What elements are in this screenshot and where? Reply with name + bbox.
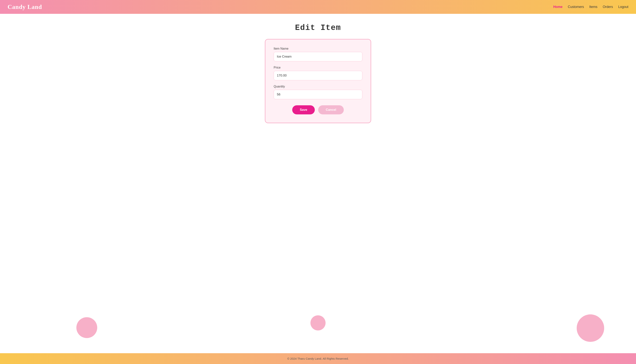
cancel-button[interactable]: Cancel — [318, 105, 344, 114]
save-button[interactable]: Save — [292, 105, 315, 114]
item-name-group: Item Name — [274, 47, 362, 61]
footer-text: © 2024 Tharu Candy Land. All Rights Rese… — [287, 357, 349, 360]
navigation: Home Customers Items Orders Logout — [553, 5, 628, 9]
brand-title: Candy Land — [8, 4, 42, 10]
nav-customers[interactable]: Customers — [568, 5, 584, 9]
item-name-input[interactable] — [274, 52, 362, 61]
price-input[interactable] — [274, 71, 362, 80]
quantity-group: Quantity — [274, 85, 362, 99]
nav-orders[interactable]: Orders — [603, 5, 613, 9]
decorative-circle-center — [310, 315, 326, 330]
nav-items[interactable]: Items — [589, 5, 597, 9]
quantity-input[interactable] — [274, 90, 362, 99]
nav-logout[interactable]: Logout — [618, 5, 628, 9]
footer: © 2024 Tharu Candy Land. All Rights Rese… — [0, 353, 636, 364]
form-button-row: Save Cancel — [274, 105, 362, 114]
decorative-circle-right — [577, 314, 604, 342]
quantity-label: Quantity — [274, 85, 362, 88]
decorative-circle-left — [76, 317, 97, 338]
nav-home[interactable]: Home — [553, 5, 562, 9]
price-label: Price — [274, 66, 362, 69]
page-title: Edit Item — [295, 23, 341, 32]
price-group: Price — [274, 66, 362, 80]
header: Candy Land Home Customers Items Orders L… — [0, 0, 636, 14]
main-content: Edit Item Item Name Price Quantity Save … — [0, 14, 636, 353]
item-name-label: Item Name — [274, 47, 362, 50]
edit-item-form-card: Item Name Price Quantity Save Cancel — [265, 39, 371, 123]
